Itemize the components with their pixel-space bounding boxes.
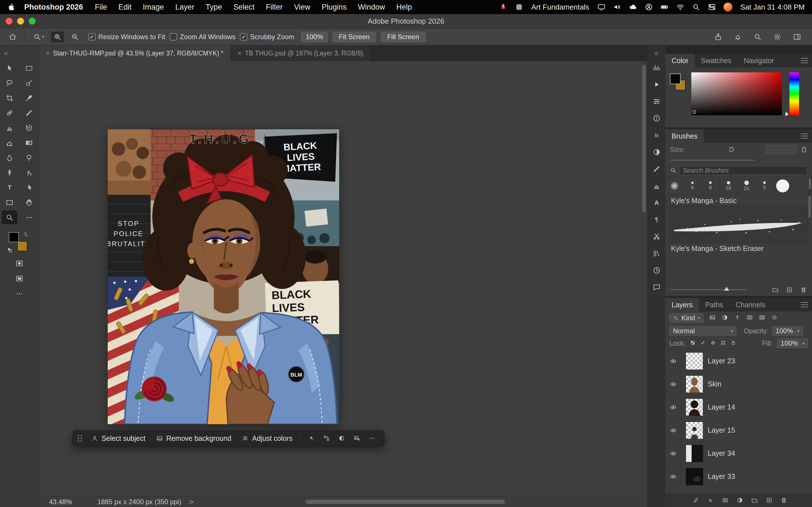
hue-slider-marker[interactable] — [785, 112, 789, 116]
layer-row[interactable]: Layer 33 — [665, 465, 812, 488]
adjust-colors-button[interactable]: Adjust colors — [238, 433, 296, 444]
menu-clock[interactable]: Sat Jan 31 4:08 PM — [741, 3, 805, 11]
tab-navigator[interactable]: Navigator — [738, 54, 780, 67]
smudge-tool[interactable] — [21, 166, 37, 179]
swap-colors-icon[interactable] — [23, 231, 29, 237]
filter-image-button[interactable] — [709, 314, 716, 322]
layer-row[interactable]: Layer 34 — [665, 442, 812, 465]
status-chevron-icon[interactable]: > — [189, 498, 194, 506]
link-layers-button[interactable] — [693, 497, 699, 505]
search-icon[interactable] — [692, 3, 700, 11]
hand-tool[interactable] — [21, 195, 37, 209]
healing-brush-tool[interactable] — [2, 106, 17, 120]
histogram-panel-button[interactable] — [650, 61, 663, 74]
lock-all-button[interactable] — [730, 339, 736, 347]
layer-thumbnail[interactable] — [686, 445, 703, 462]
menu-window[interactable]: Window — [352, 3, 391, 11]
panel-menu-icon[interactable] — [801, 54, 812, 67]
info-panel-button[interactable] — [650, 112, 663, 125]
fill-value-dropdown[interactable]: 100%▾ — [777, 339, 808, 348]
brush-preset-round[interactable] — [774, 177, 792, 195]
clone-stamp-tool[interactable] — [2, 121, 17, 135]
close-tab-icon[interactable]: × — [238, 49, 242, 57]
paragraph-panel-button[interactable]: ¶ — [650, 213, 663, 226]
brush-stroke-preview[interactable] — [669, 206, 808, 243]
control-center-icon[interactable] — [708, 3, 716, 11]
brush-group-item[interactable]: Kyle's Manga - Sketch Eraser — [665, 243, 812, 254]
background-color-swatch[interactable] — [17, 241, 28, 251]
properties-sliders-panel-button[interactable] — [650, 95, 663, 108]
adjustments-half-panel-button[interactable] — [650, 146, 663, 159]
edit-toolbar-icon[interactable] — [15, 290, 24, 298]
lasso-tool[interactable] — [2, 76, 17, 90]
menu-layer[interactable]: Layer — [170, 3, 200, 11]
document-tab-2[interactable]: ×TB THUG.psd @ 187% (Layer 3, RGB/8) — [231, 45, 370, 61]
zoom-all-windows-checkbox[interactable]: Zoom All Windows — [170, 33, 236, 41]
volume-icon[interactable] — [613, 3, 621, 11]
brush-group-item[interactable]: Kyle's Manga - Basic — [665, 195, 812, 206]
vertical-scrollbar[interactable] — [642, 65, 646, 212]
layer-name[interactable]: Layer 15 — [708, 426, 735, 434]
layer-name[interactable]: Layer 34 — [708, 449, 735, 457]
saturation-brightness-picker[interactable] — [691, 72, 782, 115]
libraries-panel-button[interactable] — [650, 247, 663, 260]
foreground-color-swatch[interactable] — [9, 232, 19, 242]
screen-mode-icon[interactable] — [15, 274, 24, 283]
resize-windows-to-fit-checkbox[interactable]: ✓Resize Windows to Fit — [88, 33, 165, 41]
filter-mask-button[interactable] — [746, 314, 753, 322]
menu-help[interactable]: Help — [391, 3, 417, 11]
sparkle-button[interactable] — [305, 432, 318, 445]
path-selection-tool[interactable] — [21, 180, 37, 194]
more-dots-button[interactable] — [365, 432, 379, 445]
layer-visibility-toggle[interactable] — [665, 373, 681, 395]
brushes-scrollbar[interactable] — [808, 196, 811, 218]
layer-name[interactable]: Layer 23 — [708, 357, 735, 365]
color-picker-cursor[interactable] — [693, 110, 696, 114]
layer-visibility-toggle[interactable] — [665, 349, 681, 372]
layer-styles-fx-button[interactable]: fx — [707, 497, 714, 505]
notifications-bell-icon[interactable] — [733, 33, 742, 41]
brush-preset-4[interactable]: 4 — [683, 177, 702, 195]
styles-fx-panel-button[interactable]: fx — [650, 129, 663, 142]
filter-type-button[interactable]: T — [734, 314, 741, 322]
zoom-percent-field[interactable]: 100% — [301, 32, 327, 42]
menu-plugins[interactable]: Plugins — [316, 3, 352, 11]
layer-visibility-toggle[interactable] — [665, 419, 681, 442]
workspace-icon[interactable] — [793, 33, 801, 41]
menu-type[interactable]: Type — [200, 3, 228, 11]
menu-select[interactable]: Select — [228, 3, 260, 11]
collapse-panels-icon[interactable]: « — [655, 49, 658, 57]
taskbar-grip-handle[interactable] — [78, 435, 82, 442]
layer-visibility-toggle[interactable] — [665, 442, 681, 465]
layer-row[interactable]: Layer 23 — [665, 349, 812, 373]
default-colors-icon[interactable] — [7, 247, 13, 253]
user-avatar[interactable] — [723, 3, 732, 11]
pen-tool[interactable] — [2, 166, 17, 179]
glyphs-scissors-panel-button[interactable] — [650, 230, 663, 243]
panel-menu-icon[interactable] — [801, 298, 812, 312]
horizontal-scrollbar[interactable] — [306, 500, 505, 504]
menu-edit[interactable]: Edit — [113, 3, 137, 11]
menu-filter[interactable]: Filter — [260, 3, 289, 11]
actions-play-panel-button[interactable] — [650, 78, 663, 91]
add-mask-button[interactable] — [722, 497, 728, 505]
menu-view[interactable]: View — [289, 3, 316, 11]
layer-thumbnail[interactable] — [686, 352, 703, 370]
brush-preset-6[interactable]: 6 — [702, 177, 719, 195]
menu-app-name[interactable]: Photoshop 2026 — [18, 3, 89, 11]
layer-visibility-toggle[interactable] — [665, 396, 681, 418]
quick-mask-icon[interactable] — [15, 259, 24, 268]
blend-mode-dropdown[interactable]: Normal▾ — [669, 326, 737, 336]
new-brush-group-icon[interactable] — [772, 286, 779, 293]
presets-scrollbar[interactable] — [808, 177, 812, 195]
brush-angle-slider[interactable] — [670, 289, 747, 290]
transform-button[interactable] — [320, 432, 333, 445]
status-zoom-level[interactable]: 43.48% — [49, 498, 72, 506]
panel-menu-icon[interactable] — [801, 129, 812, 143]
select-subject-button[interactable]: Select subject — [87, 433, 149, 444]
brush-preset-5[interactable]: 5 — [756, 177, 774, 195]
canvas-pasteboard[interactable]: BLACK LIVES MATTER — [39, 61, 647, 496]
add-image-button[interactable] — [350, 432, 364, 445]
layer-visibility-toggle[interactable] — [665, 465, 681, 488]
tab-paths[interactable]: Paths — [699, 298, 729, 312]
